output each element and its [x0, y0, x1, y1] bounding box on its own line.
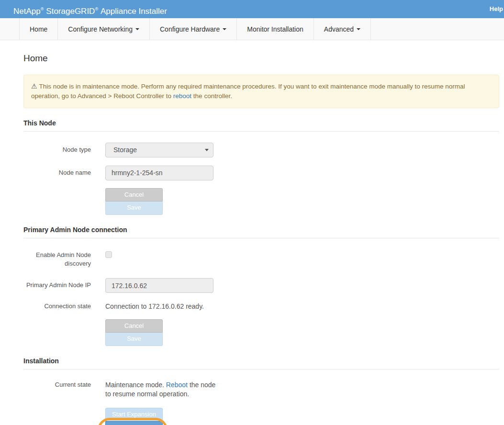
maintenance-warning-banner: ⚠This node is in maintenance mode. Perfo… — [23, 75, 499, 108]
page-content: Home ⚠This node is in maintenance mode. … — [0, 53, 504, 425]
chevron-down-icon — [223, 28, 226, 30]
admin-discovery-label: Enable Admin Node discovery — [23, 251, 91, 269]
primary-admin-node-ip-input[interactable] — [105, 278, 213, 293]
reboot-node-link[interactable]: Reboot — [166, 381, 188, 389]
nav-tab-label: Advanced — [324, 25, 354, 33]
reboot-link[interactable]: reboot — [173, 92, 191, 100]
connection-state-row: Connection state Connection to 172.16.0.… — [23, 302, 499, 312]
node-name-input[interactable] — [105, 166, 213, 180]
section-installation: Installation Current state Maintenance m… — [23, 357, 499, 425]
page-title: Home — [23, 53, 499, 64]
current-state-value: Maintenance mode. Reboot the node to res… — [105, 380, 223, 399]
nav-tab-label: Configure Networking — [68, 25, 133, 33]
section-this-node: This Node Node type Storage Node name Ca… — [23, 119, 499, 215]
admin-connection-buttons: Cancel Save — [105, 319, 163, 346]
enable-cloning-button[interactable]: Enable Cloning — [105, 421, 163, 425]
admin-ip-label: Primary Admin Node IP — [23, 281, 91, 290]
chevron-down-icon — [135, 28, 139, 30]
help-link[interactable]: Help — [490, 0, 503, 18]
save-button[interactable]: Save — [105, 201, 163, 215]
section-admin-node-connection: Primary Admin Node connection Enable Adm… — [23, 226, 499, 346]
warning-triangle-icon: ⚠ — [31, 82, 37, 90]
cancel-button[interactable]: Cancel — [105, 188, 163, 201]
section-title: Primary Admin Node connection — [23, 226, 499, 238]
chevron-down-icon — [357, 28, 360, 30]
nav-tab-label: Configure Hardware — [160, 25, 220, 33]
node-type-row: Node type Storage — [23, 143, 499, 157]
admin-node-discovery-checkbox[interactable] — [105, 251, 112, 258]
connection-state-value: Connection to 172.16.0.62 ready. — [105, 302, 204, 312]
nav-tab-advanced[interactable]: Advanced — [314, 18, 371, 40]
brand-storagegrid: StorageGRID — [46, 7, 95, 16]
chevron-down-icon — [205, 149, 209, 151]
admin-ip-row: Primary Admin Node IP — [23, 278, 499, 293]
app-title: NetApp®StorageGRID®Appliance Installer — [13, 7, 167, 16]
nav-tab-label: Monitor Installation — [247, 25, 303, 33]
section-title: This Node — [23, 119, 499, 132]
registered-mark: ® — [95, 7, 98, 11]
nav-tab-monitor-installation[interactable]: Monitor Installation — [236, 18, 314, 40]
save-button[interactable]: Save — [105, 333, 163, 346]
this-node-buttons: Cancel Save — [105, 188, 163, 215]
label-line: Enable Admin Node — [23, 251, 91, 260]
installation-buttons: Start Expansion Enable Cloning — [105, 408, 163, 425]
current-state-row: Current state Maintenance mode. Reboot t… — [23, 380, 499, 399]
nav-tab-home[interactable]: Home — [19, 18, 57, 40]
cancel-button[interactable]: Cancel — [105, 319, 163, 333]
main-nav: Home Configure Networking Configure Hard… — [0, 18, 504, 40]
registered-mark: ® — [41, 7, 44, 11]
brand-netapp: NetApp — [13, 7, 41, 16]
current-state-label: Current state — [23, 380, 91, 390]
app-header: NetApp®StorageGRID®Appliance Installer H… — [0, 0, 504, 18]
node-type-label: Node type — [23, 145, 91, 155]
node-name-row: Node name — [23, 166, 499, 180]
connection-state-label: Connection state — [23, 302, 91, 311]
admin-discovery-row: Enable Admin Node discovery — [23, 251, 499, 269]
brand-suffix: Appliance Installer — [101, 7, 167, 16]
nav-tab-label: Home — [30, 25, 47, 33]
nav-tab-configure-hardware[interactable]: Configure Hardware — [149, 18, 236, 40]
section-title: Installation — [23, 357, 499, 369]
node-type-selected-value: Storage — [113, 146, 137, 154]
label-line: discovery — [23, 259, 91, 268]
start-expansion-button[interactable]: Start Expansion — [105, 408, 163, 421]
current-state-text: Maintenance mode. — [105, 381, 166, 389]
warning-text: This node is in maintenance mode. Perfor… — [31, 83, 465, 100]
node-type-select[interactable]: Storage — [105, 143, 213, 157]
warning-text-after: the controller. — [191, 92, 232, 100]
node-name-label: Node name — [23, 168, 91, 178]
nav-tab-configure-networking[interactable]: Configure Networking — [57, 18, 149, 40]
